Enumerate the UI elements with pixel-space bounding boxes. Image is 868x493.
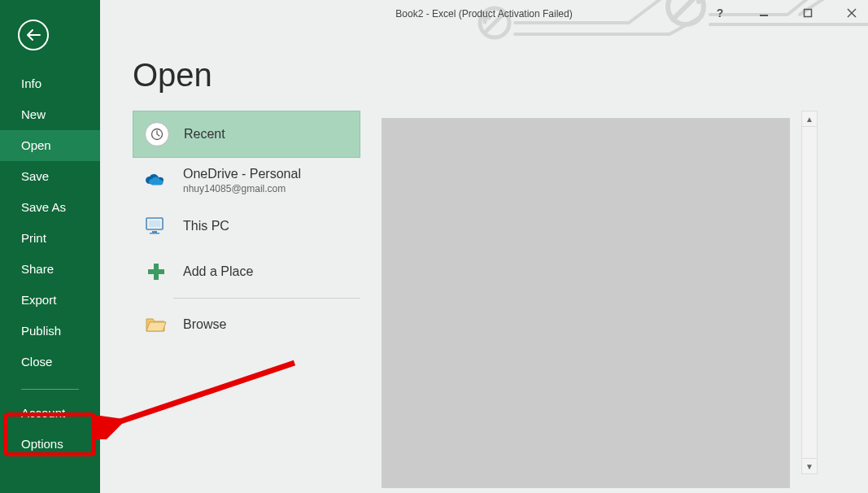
nav-saveas[interactable]: Save As [0,192,100,223]
restore-icon [803,8,813,18]
window-title: Book2 - Excel (Product Activation Failed… [395,8,572,20]
back-arrow-icon [26,29,41,41]
source-recent[interactable]: Recent [133,111,360,158]
onedrive-icon [144,168,168,193]
svg-rect-10 [150,233,159,234]
svg-rect-8 [149,220,160,227]
back-button[interactable] [18,20,49,50]
recent-icon [145,122,169,146]
source-thispc-label: This PC [183,219,229,233]
source-onedrive-label: OneDrive - Personal [183,167,301,181]
addplace-icon [144,260,168,284]
nav-print[interactable]: Print [0,223,100,254]
close-icon [847,8,857,18]
nav-close[interactable]: Close [0,347,100,377]
scroll-down-button[interactable]: ▼ [802,458,817,473]
svg-rect-3 [805,10,812,17]
nav-save[interactable]: Save [0,161,100,192]
backstage-sidebar: Info New Open Save Save As Print Share E… [0,0,100,493]
nav-options[interactable]: Options [0,429,100,460]
nav-divider [21,389,79,390]
source-onedrive[interactable]: OneDrive - Personal nhuy14085@gmail.com [133,158,360,203]
source-browse-label: Browse [183,317,226,332]
source-onedrive-sub: nhuy14085@gmail.com [183,183,301,194]
nav-publish[interactable]: Publish [0,316,100,347]
main-area: Book2 - Excel (Product Activation Failed… [100,0,868,493]
source-recent-label: Recent [184,127,225,142]
title-bar: Book2 - Excel (Product Activation Failed… [100,0,868,28]
source-thispc[interactable]: This PC [133,203,360,249]
backstage-view: Info New Open Save Save As Print Share E… [0,0,868,493]
nav-account[interactable]: Account [0,398,100,429]
browse-icon [144,312,168,337]
nav-info[interactable]: Info [0,68,100,99]
nav-export[interactable]: Export [0,285,100,316]
scroll-up-button[interactable]: ▲ [802,111,817,127]
recent-icon-wrap [145,122,169,146]
window-controls: ? [710,3,861,23]
close-button[interactable] [842,3,861,23]
minimize-button[interactable] [754,3,774,23]
source-addplace-label: Add a Place [183,264,253,279]
page-title: Open [133,57,868,94]
nav-open[interactable]: Open [0,130,100,161]
thispc-icon [144,214,168,238]
recent-files-panel [382,118,790,488]
restore-button[interactable] [798,3,818,23]
minimize-icon [759,8,769,18]
source-addplace[interactable]: Add a Place [133,249,360,294]
nav-list: Info New Open Save Save As Print Share E… [0,68,100,460]
svg-rect-9 [152,231,157,233]
scrollbar[interactable]: ▲ ▼ [801,111,818,474]
nav-new[interactable]: New [0,99,100,130]
help-button[interactable]: ? [710,3,730,23]
svg-rect-12 [148,269,164,274]
source-browse[interactable]: Browse [133,302,360,347]
nav-share[interactable]: Share [0,254,100,285]
open-sources-list: Recent OneDrive - Personal nhuy14085@gma… [133,111,360,347]
source-divider [173,298,360,299]
